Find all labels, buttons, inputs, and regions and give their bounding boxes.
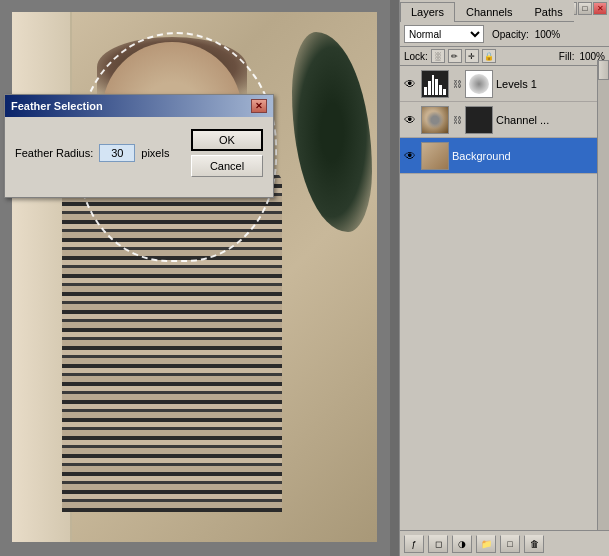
- feather-radius-input[interactable]: [99, 144, 135, 162]
- layer-mask-thumb-channel: [465, 106, 493, 134]
- layer-name-background: Background: [452, 150, 592, 162]
- panel-toolbar: ƒ ◻ ◑ 📁 □ 🗑: [400, 530, 609, 556]
- visibility-eye-levels1[interactable]: 👁: [402, 76, 418, 92]
- tab-layers[interactable]: Layers: [400, 2, 455, 22]
- dialog-title: Feather Selection: [11, 100, 103, 112]
- new-layer-button[interactable]: □: [500, 535, 520, 553]
- dialog-buttons: OK Cancel: [191, 129, 263, 177]
- panel-tabs-row: Layers Channels Paths: [400, 0, 609, 22]
- mask-button[interactable]: ◻: [428, 535, 448, 553]
- ok-button[interactable]: OK: [191, 129, 263, 151]
- adjustment-button[interactable]: ◑: [452, 535, 472, 553]
- dialog-body: Feather Radius: pixels OK Cancel: [5, 117, 273, 197]
- feather-radius-label: Feather Radius:: [15, 147, 93, 159]
- panel-scrollbar[interactable]: [597, 60, 609, 530]
- dialog-input-row: Feather Radius: pixels OK Cancel: [15, 129, 263, 177]
- lock-fill-row: Lock: ░ ✏ ✛ 🔒 Fill: 100%: [400, 47, 609, 66]
- layer-thumb-background: [421, 142, 449, 170]
- panel-tabs: Layers Channels Paths: [400, 0, 574, 22]
- delete-button[interactable]: 🗑: [524, 535, 544, 553]
- dialog-titlebar: Feather Selection ✕: [5, 95, 273, 117]
- feather-selection-dialog: Feather Selection ✕ Feather Radius: pixe…: [4, 94, 274, 198]
- lock-transparent-button[interactable]: ░: [431, 49, 445, 63]
- opacity-value: 100%: [535, 29, 561, 40]
- layer-thumb-levels1: [421, 70, 449, 98]
- child-body: [62, 172, 282, 512]
- canvas-area: [0, 0, 390, 556]
- pixels-label: pixels: [141, 147, 169, 159]
- fill-label: Fill:: [559, 51, 575, 62]
- scrollbar-thumb[interactable]: [598, 60, 609, 80]
- layer-name-channel: Channel ...: [496, 114, 607, 126]
- layer-name-levels1: Levels 1: [496, 78, 607, 90]
- opacity-label: Opacity:: [492, 29, 529, 40]
- lock-label: Lock:: [404, 51, 428, 62]
- layer-list: 👁 ⛓ Levels 1 👁 ⛓ Channel: [400, 66, 609, 174]
- layer-row-background[interactable]: 👁 Background 🔒: [400, 138, 609, 174]
- cancel-button[interactable]: Cancel: [191, 155, 263, 177]
- layer-mask-thumb-levels1: [465, 70, 493, 98]
- visibility-eye-channel[interactable]: 👁: [402, 112, 418, 128]
- lock-move-button[interactable]: ✛: [465, 49, 479, 63]
- blend-mode-select[interactable]: Normal: [404, 25, 484, 43]
- chain-icon-channel: ⛓: [452, 115, 462, 125]
- blend-opacity-controls: Normal Opacity: 100%: [400, 22, 609, 47]
- tab-channels[interactable]: Channels: [455, 2, 523, 21]
- new-group-button[interactable]: 📁: [476, 535, 496, 553]
- layers-panel: _ □ ✕ Layers Channels Paths Normal Opaci…: [399, 0, 609, 556]
- layer-row-levels1[interactable]: 👁 ⛓ Levels 1: [400, 66, 609, 102]
- layer-thumb-channel: [421, 106, 449, 134]
- lock-all-button[interactable]: 🔒: [482, 49, 496, 63]
- chain-icon-levels1: ⛓: [452, 79, 462, 89]
- dialog-close-button[interactable]: ✕: [251, 99, 267, 113]
- visibility-eye-background[interactable]: 👁: [402, 148, 418, 164]
- layer-row-channel[interactable]: 👁 ⛓ Channel ...: [400, 102, 609, 138]
- photo-background: [12, 12, 377, 542]
- tab-paths[interactable]: Paths: [524, 2, 574, 21]
- lock-paint-button[interactable]: ✏: [448, 49, 462, 63]
- fx-button[interactable]: ƒ: [404, 535, 424, 553]
- photo-container: [12, 12, 377, 542]
